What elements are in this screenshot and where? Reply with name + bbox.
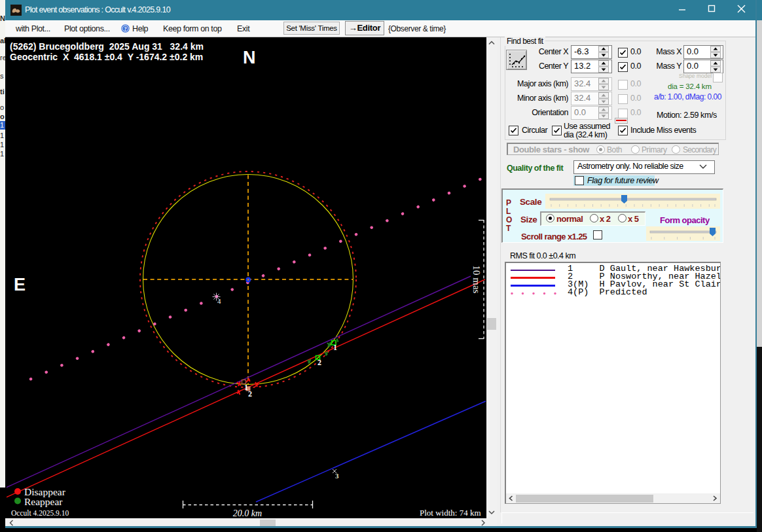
svg-text:Geocentric X 4618.1 ±0.4 Y: Geocentric X 4618.1 ±0.4 Y -1674.2 ±0.2 … bbox=[10, 52, 203, 62]
svg-text:10 mas: 10 mas bbox=[471, 266, 482, 294]
svg-text:Reappear: Reappear bbox=[24, 496, 63, 507]
svg-text:?: ? bbox=[124, 26, 127, 32]
svg-text:Plot width: 74 km: Plot width: 74 km bbox=[420, 508, 481, 518]
svg-text:3: 3 bbox=[335, 472, 339, 480]
svg-text:2: 2 bbox=[318, 358, 321, 367]
svg-text:1: 1 bbox=[333, 343, 337, 352]
svg-text:N: N bbox=[243, 48, 256, 67]
svg-text:2: 2 bbox=[248, 389, 252, 399]
svg-text:4: 4 bbox=[217, 297, 221, 305]
svg-text:20.0 km: 20.0 km bbox=[233, 508, 262, 518]
svg-text:Occult 4.2025.9.10: Occult 4.2025.9.10 bbox=[11, 509, 69, 517]
svg-text:E: E bbox=[14, 275, 26, 294]
svg-text:(5262) Brucegoldberg 2025 Aug: (5262) Brucegoldberg 2025 Aug 31 32.4 km bbox=[10, 41, 204, 52]
